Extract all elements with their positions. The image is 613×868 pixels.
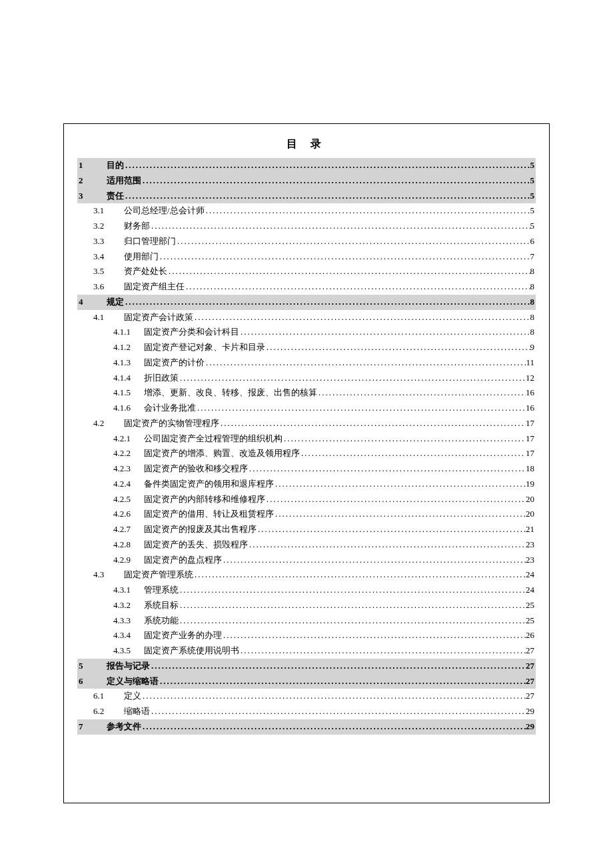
toc-page-number: 19 [526,477,536,492]
toc-leader-dots [222,553,526,568]
toc-number: 3.5 [77,264,124,279]
toc-entry: 3.5资产处处长8 [77,264,536,279]
toc-entry: 4.3固定资产管理系统24 [77,567,536,583]
toc-page-number: 5 [530,219,536,234]
toc-number: 4.1.6 [77,401,144,416]
toc-page-number: 5 [530,203,536,219]
toc-entry: 3.3归口管理部门6 [77,234,536,249]
toc-item-title: 定义与缩略语 [107,674,159,689]
toc-item-title: 归口管理部门 [124,234,176,249]
toc-item-title: 固定资产的盘点程序 [144,553,222,568]
toc-leader-dots [159,249,530,265]
toc-number: 4.2.6 [77,507,144,522]
toc-item-title: 折旧政策 [144,371,179,386]
toc-leader-dots [239,325,530,340]
toc-entry: 4.2.6固定资产的借用、转让及租赁程序20 [77,507,536,522]
toc-number: 3.6 [77,279,124,295]
toc-page-number: 8 [530,325,536,340]
toc-leader-dots [179,613,526,629]
toc-number: 2 [77,173,107,189]
toc-leader-dots [274,507,526,522]
toc-leader-dots [257,522,526,537]
toc-page-number: 21 [526,522,536,537]
toc-item-title: 公司固定资产全过程管理的组织机构 [144,431,283,447]
toc-page-number: 8 [530,279,536,295]
toc-page-number: 9 [530,340,536,355]
toc-leader-dots [150,704,526,719]
toc-page-number: 17 [526,431,536,447]
toc-number: 3.1 [77,203,124,219]
toc-entry: 4.3.2系统目标25 [77,598,536,613]
toc-number: 4.1 [77,310,124,325]
toc-entry: 4.2.7固定资产的报废及其出售程序21 [77,522,536,537]
toc-page-number: 24 [526,583,536,598]
toc-entry: 6.2缩略语29 [77,704,536,719]
toc-item-title: 责任 [107,189,124,204]
toc-item-title: 固定资产系统使用说明书 [144,643,239,659]
toc-entry: 6定义与缩略语27 [77,674,536,689]
toc-page-number: 23 [526,537,536,553]
toc-number: 4 [77,295,107,310]
toc-leader-dots [141,173,530,189]
toc-entry: 5报告与记录27 [77,659,536,674]
toc-entry: 4.1固定资产会计政策8 [77,310,536,325]
toc-item-title: 系统目标 [144,598,179,613]
toc-item-title: 定义 [124,689,141,704]
toc-item-title: 固定资产的内部转移和维修程序 [144,492,265,507]
toc-item-title: 报告与记录 [107,659,150,674]
toc-number: 3 [77,189,107,204]
toc-entry: 4.1.2固定资产登记对象、卡片和目录9 [77,340,536,355]
toc-entry: 3.4使用部门7 [77,249,536,265]
toc-page-number: 6 [530,234,536,249]
toc-leader-dots [141,689,526,704]
toc-number: 4.3.2 [77,598,144,613]
toc-number: 4.2 [77,416,124,431]
toc-number: 4.2.9 [77,553,144,568]
toc-entry: 4.2.1公司固定资产全过程管理的组织机构17 [77,431,536,447]
toc-entry: 4.2.4备件类固定资产的领用和退库程序19 [77,477,536,492]
toc-item-title: 参考文件 [107,719,141,735]
toc-number: 1 [77,158,107,173]
toc-number: 4.2.8 [77,537,144,553]
toc-page-number: 8 [530,310,536,325]
toc-entry: 4.1.4折旧政策12 [77,371,536,386]
toc-entry: 3.6固定资产组主任8 [77,279,536,295]
toc-leader-dots [124,189,530,204]
toc-entry: 4.2.2固定资产的增添、购置、改造及领用程序17 [77,446,536,461]
toc-item-title: 固定资产分类和会计科目 [144,325,239,340]
toc-page-number: 5 [530,173,536,189]
toc-leader-dots [159,674,526,689]
document-page: 目 录 1目的52适用范围53责任53.1公司总经理/总会计师53.2财务部53… [63,123,550,803]
toc-page-number: 5 [530,158,536,173]
toc-entry: 4.3.1管理系统24 [77,583,536,598]
toc-title: 目 录 [77,137,536,151]
toc-number: 4.3.5 [77,643,144,659]
toc-item-title: 固定资产业务的办理 [144,628,222,643]
toc-entry: 4.2.3固定资产的验收和移交程序18 [77,461,536,477]
toc-entry: 4.3.4固定资产业务的办理26 [77,628,536,643]
toc-leader-dots [317,385,526,401]
toc-leader-dots [222,628,526,643]
toc-item-title: 目的 [107,158,124,173]
toc-leader-dots [179,583,526,598]
toc-leader-dots [205,355,526,371]
toc-entry: 4.1.1固定资产分类和会计科目8 [77,325,536,340]
toc-list: 1目的52适用范围53责任53.1公司总经理/总会计师53.2财务部53.3归口… [77,158,536,735]
toc-leader-dots [196,401,526,416]
toc-page-number: 17 [526,446,536,461]
toc-leader-dots [193,310,530,325]
toc-item-title: 使用部门 [124,249,159,265]
toc-number: 3.4 [77,249,124,265]
toc-entry: 4.2.8固定资产的丢失、损毁程序23 [77,537,536,553]
toc-leader-dots [239,643,526,659]
toc-entry: 4.1.6会计业务批准16 [77,401,536,416]
toc-entry: 2适用范围5 [77,173,536,189]
toc-page-number: 25 [526,613,536,629]
toc-number: 4.3 [77,567,124,583]
toc-entry: 4.1.5增添、更新、改良、转移、报废、出售的核算16 [77,385,536,401]
toc-leader-dots [179,371,526,386]
toc-page-number: 7 [530,249,536,265]
toc-page-number: 27 [526,643,536,659]
toc-number: 4.1.5 [77,385,144,401]
toc-number: 4.3.4 [77,628,144,643]
